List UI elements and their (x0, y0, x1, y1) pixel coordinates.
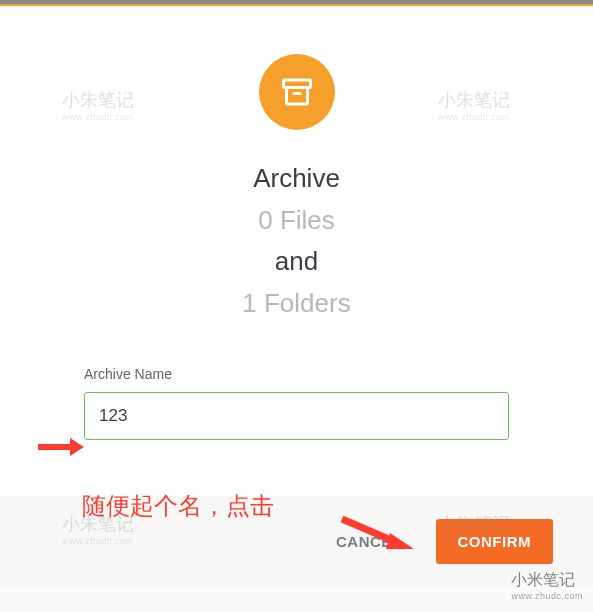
heading-archive: Archive (242, 158, 350, 200)
archive-icon-circle (259, 54, 335, 130)
archive-name-label: Archive Name (84, 366, 509, 382)
dialog-button-bar: CANCEL CONFIRM (0, 496, 593, 586)
heading-folders-count: 1 Folders (242, 283, 350, 325)
confirm-button[interactable]: CONFIRM (436, 519, 554, 564)
cancel-button[interactable]: CANCEL (330, 523, 408, 560)
dialog-heading: Archive 0 Files and 1 Folders (242, 158, 350, 324)
heading-and: and (242, 241, 350, 283)
archive-name-input[interactable] (84, 392, 509, 440)
heading-files-count: 0 Files (242, 200, 350, 242)
form-block: Archive Name (0, 366, 593, 440)
archive-icon (279, 74, 315, 110)
svg-rect-0 (283, 80, 310, 88)
dialog-body: Archive 0 Files and 1 Folders Archive Na… (0, 6, 593, 496)
